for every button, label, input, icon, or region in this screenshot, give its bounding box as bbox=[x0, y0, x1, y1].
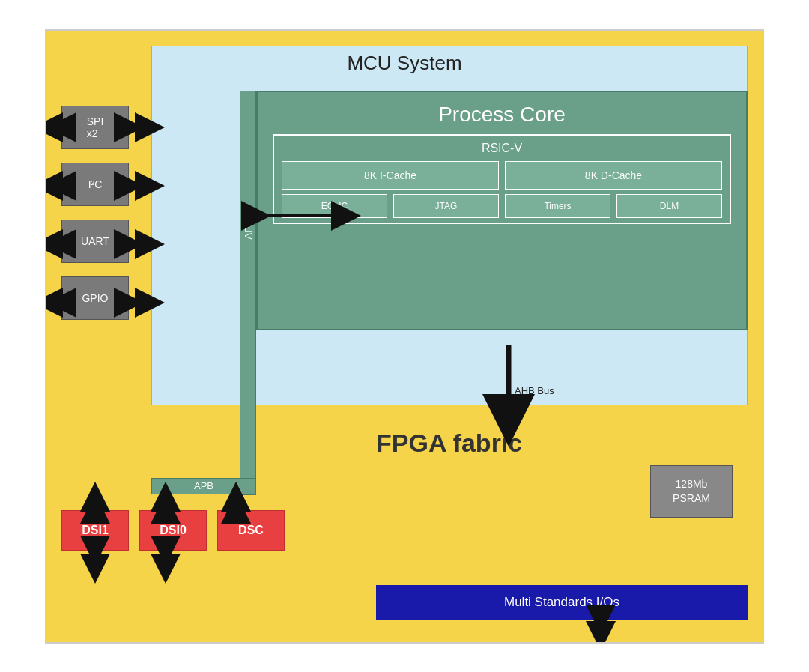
peripheral-column: SPIx2 I²C UART GPIO bbox=[61, 106, 129, 320]
uart-box: UART bbox=[61, 220, 129, 263]
mcu-title: MCU System bbox=[46, 52, 763, 75]
rsicv-box: RSIC-V 8K I-Cache 8K D-Cache ECLIC JTAG … bbox=[273, 134, 731, 224]
process-core-title: Process Core bbox=[258, 92, 746, 134]
fpga-label: FPGA fabric bbox=[376, 428, 522, 458]
multi-io-bar: Multi Standards I/Os bbox=[376, 585, 748, 620]
apb-bar-vertical bbox=[240, 91, 256, 495]
psram-box: 128MbPSRAM bbox=[650, 465, 733, 518]
sub-row: ECLIC JTAG Timers DLM bbox=[282, 194, 722, 218]
cache-row: 8K I-Cache 8K D-Cache bbox=[282, 161, 722, 190]
dcache-box: 8K D-Cache bbox=[505, 161, 722, 190]
apb-horiz-label: APB bbox=[151, 478, 256, 494]
icache-box: 8K I-Cache bbox=[282, 161, 499, 190]
jtag-box: JTAG bbox=[393, 194, 499, 218]
dsi-row: DSI1 DSI0 DSC bbox=[61, 510, 285, 551]
dsi0-box: DSI0 bbox=[139, 510, 207, 551]
dlm-box: DLM bbox=[616, 194, 722, 218]
dsc-box: DSC bbox=[217, 510, 285, 551]
rsicv-label: RSIC-V bbox=[282, 142, 722, 161]
timers-box: Timers bbox=[505, 194, 610, 218]
process-core-box: Process Core RSIC-V 8K I-Cache 8K D-Cach… bbox=[256, 91, 748, 330]
diagram-container: MCU System Process Core RSIC-V 8K I-Cach… bbox=[45, 29, 764, 644]
gpio-box: GPIO bbox=[61, 276, 129, 320]
dsi1-box: DSI1 bbox=[61, 510, 129, 551]
spi-box: SPIx2 bbox=[61, 106, 129, 149]
eclic-box: ECLIC bbox=[282, 194, 387, 218]
i2c-box: I²C bbox=[61, 163, 129, 206]
